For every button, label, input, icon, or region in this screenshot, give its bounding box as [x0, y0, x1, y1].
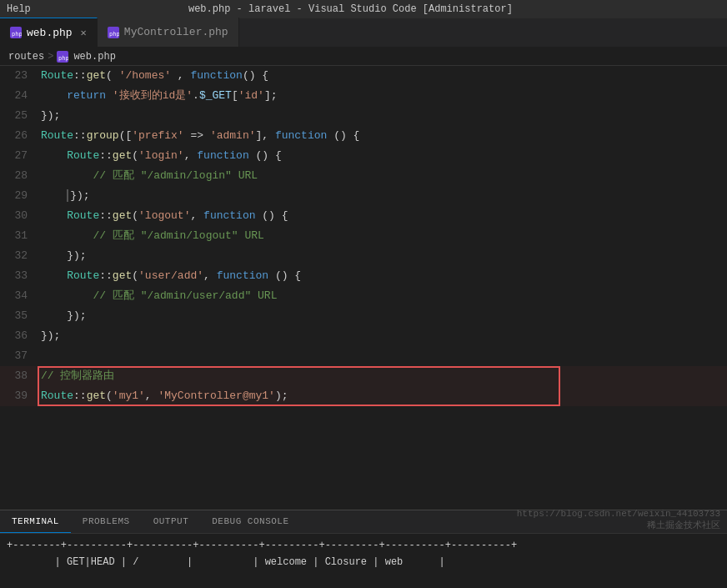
breadcrumb-file[interactable]: web.php [73, 51, 115, 63]
code-line-29: 29 }); [0, 186, 727, 206]
line-num-31: 31 [0, 226, 38, 246]
line-num-30: 30 [0, 206, 38, 226]
window-title: web.php - laravel - Visual Studio Code [… [31, 3, 670, 15]
line-num-23: 23 [0, 66, 38, 86]
line-num-35: 35 [0, 306, 38, 326]
line-content-32: }); [38, 246, 727, 266]
line-content-38: // 控制器路由 [38, 366, 727, 386]
terminal-tab-debug[interactable]: DEBUG CONSOLE [200, 510, 300, 533]
line-num-37: 37 [0, 346, 38, 366]
line-content-28: // 匹配 "/admin/login" URL [38, 166, 727, 186]
watermark: https://blog.csdn.net/weixin_44103733 稀土… [517, 509, 720, 531]
line-content-29: }); [38, 186, 727, 206]
line-content-39: Route::get('my1', 'MyController@my1'); [38, 386, 727, 406]
code-line-26: 26 Route::group(['prefix' => 'admin'], f… [0, 126, 727, 146]
line-content-37 [38, 346, 727, 366]
code-line-37: 37 [0, 346, 727, 366]
line-num-24: 24 [0, 86, 38, 106]
line-num-33: 33 [0, 266, 38, 286]
code-line-35: 35 }); [0, 306, 727, 326]
breadcrumb-sep: > [48, 51, 53, 63]
line-content-24: return '接收到的id是'.$_GET['id']; [38, 86, 727, 106]
tab-label-mycontroller-php: MyController.php [124, 26, 228, 38]
svg-text:php: php [109, 31, 119, 38]
line-num-39: 39 [0, 386, 38, 406]
watermark-url: https://blog.csdn.net/weixin_44103733 [517, 509, 720, 519]
tab-mycontroller-php[interactable]: php MyController.php [98, 18, 239, 47]
title-bar: Help web.php - laravel - Visual Studio C… [0, 0, 727, 18]
line-content-34: // 匹配 "/admin/user/add" URL [38, 286, 727, 306]
code-line-24: 24 return '接收到的id是'.$_GET['id']; [0, 86, 727, 106]
breadcrumb: routes > php web.php [0, 48, 727, 66]
code-line-34: 34 // 匹配 "/admin/user/add" URL [0, 286, 727, 306]
line-num-32: 32 [0, 246, 38, 266]
help-menu[interactable]: Help [7, 3, 31, 15]
line-num-25: 25 [0, 106, 38, 126]
line-content-27: Route::get('login', function () { [38, 146, 727, 166]
line-content-26: Route::group(['prefix' => 'admin'], func… [38, 126, 727, 146]
tab-label-web-php: web.php [27, 27, 73, 39]
terminal-line-2: | GET|HEAD | / | | welcome | Closure | w… [7, 554, 720, 570]
code-line-39: 39 Route::get('my1', 'MyController@my1')… [0, 386, 727, 406]
line-content-31: // 匹配 "/admin/logout" URL [38, 226, 727, 246]
line-num-28: 28 [0, 166, 38, 186]
code-line-23: 23 Route::get( '/homes' , function() { [0, 66, 727, 86]
tab-web-php[interactable]: php web.php ✕ [0, 18, 98, 47]
svg-text:php: php [12, 31, 22, 38]
code-line-25: 25 }); [0, 106, 727, 126]
terminal-tab-terminal[interactable]: TERMINAL [0, 510, 71, 533]
code-line-33: 33 Route::get('user/add', function () { [0, 266, 727, 286]
breadcrumb-routes[interactable]: routes [8, 51, 44, 63]
line-content-25: }); [38, 106, 727, 126]
line-content-33: Route::get('user/add', function () { [38, 266, 727, 286]
line-content-36: }); [38, 326, 727, 346]
line-content-23: Route::get( '/homes' , function() { [38, 66, 727, 86]
breadcrumb-php-icon: php [57, 51, 68, 63]
terminal-tab-output[interactable]: OUTPUT [142, 510, 201, 533]
line-num-36: 36 [0, 326, 38, 346]
code-editor[interactable]: 23 Route::get( '/homes' , function() { 2… [0, 66, 727, 510]
line-content-35: }); [38, 306, 727, 326]
terminal-content[interactable]: +--------+----------+----------+--------… [0, 534, 727, 588]
line-num-29: 29 [0, 186, 38, 206]
code-line-28: 28 // 匹配 "/admin/login" URL [0, 166, 727, 186]
line-num-34: 34 [0, 286, 38, 306]
code-line-36: 36 }); [0, 326, 727, 346]
svg-text:php: php [58, 55, 68, 62]
code-line-32: 32 }); [0, 246, 727, 266]
php-icon-2: php [108, 27, 119, 38]
line-num-26: 26 [0, 126, 38, 146]
code-line-27: 27 Route::get('login', function () { [0, 146, 727, 166]
code-line-31: 31 // 匹配 "/admin/logout" URL [0, 226, 727, 246]
watermark-site: 稀土掘金技术社区 [517, 519, 720, 531]
line-num-27: 27 [0, 146, 38, 166]
line-content-30: Route::get('logout', function () { [38, 206, 727, 226]
php-icon: php [10, 27, 22, 38]
line-num-38: 38 [0, 366, 38, 386]
code-line-30: 30 Route::get('logout', function () { [0, 206, 727, 226]
tab-bar: php web.php ✕ php MyController.php [0, 18, 727, 48]
terminal-line-1: +--------+----------+----------+--------… [7, 537, 720, 554]
code-line-38: 38 // 控制器路由 [0, 366, 727, 386]
tab-close-web-php[interactable]: ✕ [81, 27, 87, 39]
terminal-tab-problems[interactable]: PROBLEMS [71, 510, 142, 533]
highlighted-block: 38 // 控制器路由 39 Route::get('my1', 'MyCont… [0, 366, 727, 406]
